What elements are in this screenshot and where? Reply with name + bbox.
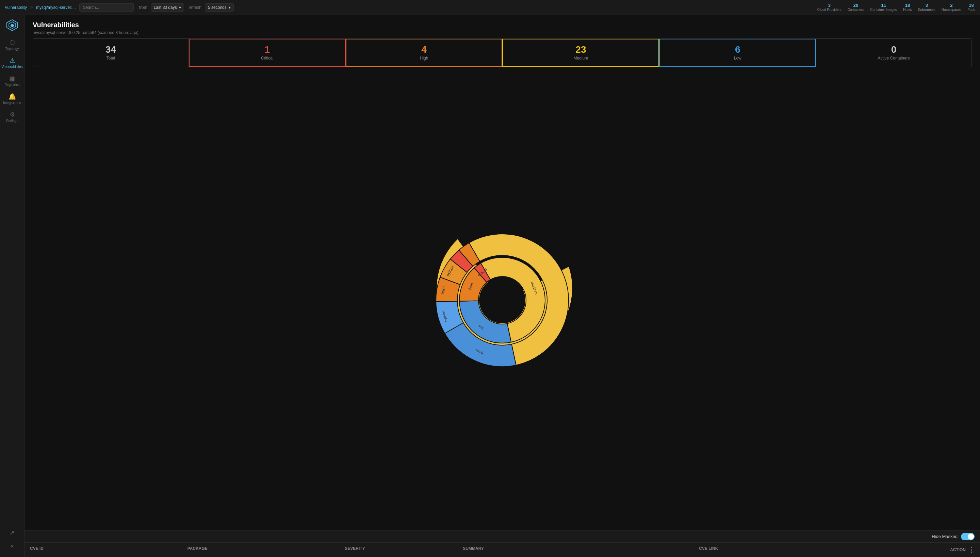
date-range-select[interactable]: Last 30 days ▾ <box>151 3 184 11</box>
svg-point-11 <box>479 277 525 323</box>
nav-stat-namespaces[interactable]: 2Namespaces <box>942 3 961 12</box>
nav-stat-kubernetes[interactable]: 3Kubernetes <box>918 3 936 12</box>
stat-box-critical[interactable]: 1Critical <box>189 39 346 67</box>
toggle-knob <box>968 534 974 540</box>
nav-stats: 3Cloud Providers20Containers11Container … <box>817 3 975 12</box>
stat-box-total[interactable]: 34Total <box>33 39 189 67</box>
vulnerabilities-icon: ⚠ <box>10 57 15 64</box>
sidebar-item-integrations[interactable]: 🔔Integrations <box>2 91 23 107</box>
stat-box-medium[interactable]: 23Medium <box>502 39 659 67</box>
table-col-action: Action⋮ <box>856 546 975 554</box>
breadcrumb-separator: > <box>30 5 33 10</box>
table-col-summary: Summary <box>463 546 699 554</box>
table-col-severity: Severity <box>345 546 463 554</box>
nav-stat-pods[interactable]: 18Pods <box>967 3 975 12</box>
svg-marker-2 <box>11 24 14 27</box>
sidebar: ⬡Topology⚠Vulnerabilities▦Registries🔔Int… <box>0 15 24 557</box>
stats-row: 34Total1Critical4High23Medium6Low0Active… <box>33 38 972 67</box>
table-col-cve: CVE Id <box>30 546 188 554</box>
sidebar-bottom-collapse[interactable]: « <box>2 540 23 552</box>
nav-stat-containers[interactable]: 20Containers <box>848 3 864 12</box>
sidebar-item-registries[interactable]: ▦Registries <box>2 73 23 90</box>
sidebar-item-settings[interactable]: ⚙Settings <box>2 109 23 125</box>
refresh-label: refresh <box>189 5 201 10</box>
sidebar-item-topology[interactable]: ⬡Topology <box>2 37 23 54</box>
topology-icon: ⬡ <box>10 39 15 46</box>
table-col-cve_link: CVE Link <box>699 546 856 554</box>
search-input[interactable] <box>79 3 134 11</box>
content-header: Vulnerabilities mysql/mysql-server:8.0.2… <box>24 15 980 38</box>
integrations-icon: 🔔 <box>8 93 16 99</box>
hide-masked-toggle[interactable] <box>961 533 975 540</box>
settings-icon: ⚙ <box>10 112 15 118</box>
page-subtitle: mysql/mysql-server:8.0.25-aarch64 (scann… <box>33 30 972 35</box>
refresh-interval-select[interactable]: 5 seconds ▾ <box>205 3 234 11</box>
main-content: Vulnerabilities mysql/mysql-server:8.0.2… <box>24 15 980 557</box>
sidebar-bottom-export[interactable]: ↗ <box>2 527 23 539</box>
app-logo <box>5 18 19 32</box>
donut-chart: basepythonbasepython mediumlowhighcritic… <box>417 215 587 385</box>
stat-box-low[interactable]: 6Low <box>659 39 816 67</box>
stat-box-active[interactable]: 0Active Containers <box>816 39 972 67</box>
registries-icon: ▦ <box>9 75 15 81</box>
breadcrumb-child[interactable]: mysql/mysql-server:... <box>36 5 76 10</box>
nav-stat-container-images[interactable]: 11Container Images <box>870 3 897 12</box>
from-label: from <box>139 5 147 10</box>
table-col-package: Package <box>188 546 345 554</box>
stat-box-high[interactable]: 4High <box>346 39 503 67</box>
table-header: CVE IdPackageSeveritySummaryCVE LinkActi… <box>24 542 980 557</box>
chart-area: basepythonbasepython mediumlowhighcritic… <box>24 70 980 530</box>
breadcrumb-parent[interactable]: Vulnerability <box>5 5 27 10</box>
page-title: Vulnerabilities <box>33 21 972 29</box>
bottom-bar: Hide Masked <box>24 530 980 542</box>
nav-stat-hosts[interactable]: 18Hosts <box>903 3 912 12</box>
nav-stat-cloud-providers[interactable]: 3Cloud Providers <box>817 3 841 12</box>
topbar: Vulnerability > mysql/mysql-server:... f… <box>0 0 980 15</box>
hide-masked-label: Hide Masked <box>932 534 957 539</box>
sidebar-item-vulnerabilities[interactable]: ⚠Vulnerabilities <box>2 55 23 72</box>
